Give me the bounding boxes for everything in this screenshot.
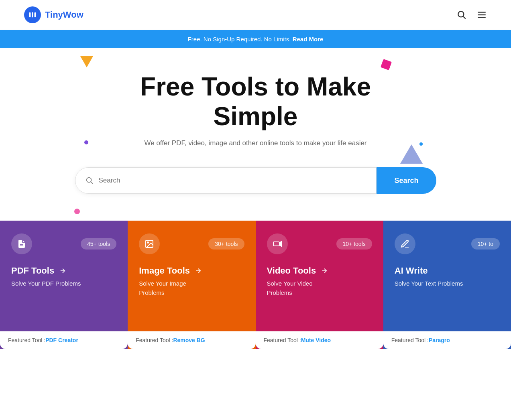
svg-point-8 [86, 178, 91, 183]
tools-section: 45+ tools PDF Tools Solve Your PDF Probl… [0, 221, 511, 349]
svg-marker-17 [279, 241, 281, 246]
search-nav-button[interactable] [456, 10, 467, 20]
pdf-card-desc: Solve Your PDF Problems [11, 279, 116, 288]
card-top-image: 30+ tools [139, 233, 244, 254]
svg-rect-1 [32, 12, 33, 18]
shape-triangle-orange [80, 56, 93, 67]
pdf-tools-badge: 45+ tools [81, 238, 116, 250]
nav-icons [456, 10, 487, 20]
video-icon-circle [267, 233, 288, 254]
svg-rect-16 [273, 242, 279, 246]
promo-banner: Free. No Sign-Up Required. No Limits. Re… [0, 30, 511, 48]
video-icon [273, 239, 282, 249]
svg-rect-2 [35, 12, 36, 18]
navbar: TinyWow [0, 0, 511, 30]
shape-blue-triangle [400, 144, 423, 164]
svg-point-14 [147, 242, 149, 243]
menu-icon [476, 10, 487, 20]
card-top-pdf: 45+ tools [11, 233, 116, 254]
image-featured-link[interactable]: Remove BG [173, 337, 205, 343]
video-tools-badge: 10+ tools [336, 238, 372, 250]
image-icon-circle [139, 233, 160, 254]
ai-icon-circle [395, 233, 415, 254]
pdf-featured-tool[interactable]: Featured Tool :PDF Creator [0, 331, 128, 349]
video-card-title: Video Tools [267, 266, 372, 276]
svg-rect-0 [29, 12, 31, 18]
pdf-icon [17, 239, 26, 249]
logo-area[interactable]: TinyWow [24, 6, 83, 23]
ai-icon [400, 239, 410, 249]
image-card-desc: Solve Your ImageProblems [139, 279, 244, 297]
image-tools-badge: 30+ tools [208, 238, 244, 250]
image-icon [145, 239, 154, 249]
video-featured-tool[interactable]: Featured Tool :Mute Video [256, 331, 383, 349]
ai-card-title: AI Write [395, 266, 500, 276]
pdf-featured-link[interactable]: PDF Creator [45, 337, 78, 343]
card-top-ai: 10+ to [395, 233, 500, 254]
svg-line-4 [463, 16, 466, 19]
banner-text: Free. No Sign-Up Required. No Limits. [188, 36, 291, 43]
video-featured-link[interactable]: Mute Video [301, 337, 331, 343]
shape-pink-cube [381, 59, 392, 70]
pdf-icon-circle [11, 233, 32, 254]
search-input[interactable] [99, 177, 367, 185]
search-bar [75, 167, 377, 194]
shape-pink-dot [74, 209, 80, 214]
svg-point-3 [458, 11, 464, 17]
ai-card-desc: Solve Your Text Problems [395, 279, 500, 288]
hero-section: Free Tools to Make Simple We offer PDF, … [0, 48, 511, 221]
search-nav-icon [456, 10, 467, 20]
image-featured-tool[interactable]: Featured Tool :Remove BG [128, 331, 255, 349]
logo-text: TinyWow [45, 10, 83, 20]
image-arrow-icon [195, 267, 202, 274]
hero-title: Free Tools to Make Simple [8, 72, 503, 131]
search-bar-icon [85, 176, 94, 185]
pdf-arrow-icon [59, 267, 66, 274]
video-arrow-icon [321, 267, 328, 274]
image-tools-card[interactable]: 30+ tools Image Tools Solve Your ImagePr… [128, 221, 255, 349]
ai-featured-tool[interactable]: Featured Tool :Paragro [383, 331, 511, 349]
banner-read-more[interactable]: Read More [293, 36, 324, 43]
search-section: Search [75, 167, 436, 194]
video-tools-card[interactable]: 10+ tools Video Tools Solve Your VideoPr… [256, 221, 383, 349]
logo-icon [24, 6, 41, 23]
ai-tools-badge: 10+ to [471, 238, 500, 250]
hero-subtitle: We offer PDF, video, image and other onl… [8, 139, 503, 147]
search-button[interactable]: Search [377, 167, 436, 194]
video-card-desc: Solve Your VideoProblems [267, 279, 372, 297]
pdf-tools-card[interactable]: 45+ tools PDF Tools Solve Your PDF Probl… [0, 221, 128, 349]
card-top-video: 10+ tools [267, 233, 372, 254]
menu-button[interactable] [476, 10, 487, 20]
ai-write-card[interactable]: 10+ to AI Write Solve Your Text Problems… [383, 221, 511, 349]
image-card-title: Image Tools [139, 266, 244, 276]
ai-featured-link[interactable]: Paragro [429, 337, 450, 343]
svg-line-9 [91, 182, 93, 184]
pdf-card-title: PDF Tools [11, 266, 116, 276]
